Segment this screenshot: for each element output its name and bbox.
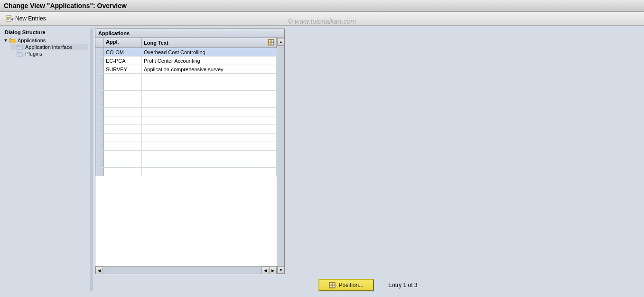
cell-appl-4[interactable] <box>104 74 142 82</box>
cell-appl-2[interactable]: EC-PCA <box>104 57 142 65</box>
table-row[interactable] <box>95 74 277 82</box>
cell-longtext-3[interactable]: Application-comprehensive survey <box>142 65 277 73</box>
tree-indent-1 <box>10 44 16 50</box>
header-rownum <box>95 38 104 48</box>
cell-rownum-10 <box>95 125 104 133</box>
cell-appl-9[interactable] <box>104 116 142 125</box>
cell-longtext-5[interactable] <box>142 82 277 90</box>
cell-rownum-1 <box>95 48 104 56</box>
table-row[interactable]: EC-PCA Profit Center Accounting <box>95 57 277 65</box>
table-row[interactable] <box>95 91 277 99</box>
cell-rownum-2 <box>95 57 104 65</box>
sidebar-label-plugins: Plugins <box>25 51 42 57</box>
sidebar: Dialog Structure ▼ Applications <box>3 29 88 291</box>
table-row[interactable] <box>95 99 277 108</box>
h-scroll-track[interactable] <box>103 267 261 274</box>
cell-appl-14[interactable] <box>104 159 142 167</box>
table-scroll[interactable]: CO-OM Overhead Cost Controlling EC-PCA P… <box>95 48 277 266</box>
h-scroll-left[interactable]: ◀ <box>95 267 103 274</box>
cell-longtext-13[interactable] <box>142 151 277 159</box>
table-row[interactable] <box>95 142 277 151</box>
table-row[interactable] <box>95 82 277 91</box>
new-entries-icon <box>6 15 13 22</box>
entry-count: Entry 1 of 3 <box>388 282 417 288</box>
svg-rect-5 <box>9 38 11 40</box>
v-scroll-bar[interactable]: ▲ ▼ <box>277 38 284 274</box>
table-with-scroll: Appl. Long Text <box>95 38 284 274</box>
v-scroll-track[interactable] <box>277 46 284 266</box>
cell-appl-5[interactable] <box>104 82 142 90</box>
table-row[interactable] <box>95 168 277 176</box>
svg-rect-9 <box>17 52 19 53</box>
cell-longtext-6[interactable] <box>142 91 277 99</box>
cell-appl-6[interactable] <box>104 91 142 99</box>
cell-longtext-9[interactable] <box>142 116 277 125</box>
cell-longtext-11[interactable] <box>142 134 277 142</box>
cell-appl-7[interactable] <box>104 99 142 107</box>
sidebar-label-application-interface: Application interface <box>25 44 72 50</box>
cell-appl-10[interactable] <box>104 125 142 133</box>
cell-longtext-10[interactable] <box>142 125 277 133</box>
cell-longtext-12[interactable] <box>142 142 277 150</box>
table-row[interactable] <box>95 108 277 116</box>
table-row[interactable] <box>95 134 277 142</box>
sidebar-title: Dialog Structure <box>3 29 88 36</box>
cell-appl-12[interactable] <box>104 142 142 150</box>
content-area: Applications Appl. Long Text <box>95 29 641 291</box>
svg-rect-12 <box>271 40 273 42</box>
cell-rownum-12 <box>95 142 104 150</box>
column-settings-icon[interactable] <box>268 39 274 47</box>
v-scroll-up[interactable]: ▲ <box>277 38 284 46</box>
position-icon <box>329 282 336 288</box>
toolbar: New Entries © www.tutorialkart.com <box>0 12 644 26</box>
applications-panel-title: Applications <box>95 29 284 38</box>
main-area: Dialog Structure ▼ Applications <box>0 26 644 294</box>
cell-appl-11[interactable] <box>104 134 142 142</box>
table-row[interactable] <box>95 125 277 134</box>
h-scroll-bar[interactable]: ◀ ◀ ▶ <box>95 266 277 274</box>
header-longtext: Long Text <box>142 38 277 48</box>
svg-rect-14 <box>271 43 273 45</box>
cell-rownum-11 <box>95 134 104 142</box>
table-row[interactable]: SURVEY Application-comprehensive survey <box>95 65 277 74</box>
cell-longtext-8[interactable] <box>142 108 277 116</box>
svg-rect-18 <box>330 286 332 287</box>
h-scroll-right2[interactable]: ▶ <box>269 267 277 274</box>
v-scroll-down[interactable]: ▼ <box>277 266 284 274</box>
cell-longtext-1[interactable]: Overhead Cost Controlling <box>142 48 277 56</box>
position-button[interactable]: Position... <box>318 279 374 291</box>
h-scroll-left2[interactable]: ◀ <box>261 267 269 274</box>
table-row[interactable] <box>95 151 277 159</box>
cell-rownum-5 <box>95 82 104 90</box>
inner-table: Appl. Long Text <box>95 38 277 274</box>
cell-longtext-7[interactable] <box>142 99 277 107</box>
tree-toggle-applications[interactable]: ▼ <box>3 38 9 43</box>
sidebar-item-applications[interactable]: ▼ Applications <box>3 37 88 44</box>
svg-rect-19 <box>333 286 335 287</box>
cell-longtext-15[interactable] <box>142 168 277 176</box>
cell-longtext-4[interactable] <box>142 74 277 82</box>
cell-rownum-9 <box>95 116 104 125</box>
folder-icon-plugins <box>17 51 24 57</box>
position-button-label: Position... <box>338 282 364 288</box>
cell-appl-13[interactable] <box>104 151 142 159</box>
svg-rect-7 <box>17 45 19 47</box>
sidebar-item-application-interface[interactable]: Application interface <box>10 44 88 50</box>
resize-handle[interactable]: ··· <box>90 29 93 291</box>
table-row[interactable]: CO-OM Overhead Cost Controlling <box>95 48 277 57</box>
sidebar-item-plugins[interactable]: Plugins <box>10 50 88 57</box>
cell-appl-8[interactable] <box>104 108 142 116</box>
cell-rownum-15 <box>95 168 104 176</box>
tree-indent-2 <box>10 51 16 57</box>
cell-appl-15[interactable] <box>104 168 142 176</box>
table-row[interactable] <box>95 116 277 125</box>
svg-rect-17 <box>333 283 335 285</box>
cell-longtext-14[interactable] <box>142 159 277 167</box>
new-entries-button[interactable]: New Entries <box>4 14 48 23</box>
cell-appl-3[interactable]: SURVEY <box>104 65 142 73</box>
table-row[interactable] <box>95 159 277 168</box>
cell-longtext-2[interactable]: Profit Center Accounting <box>142 57 277 65</box>
header-appl: Appl. <box>104 38 142 48</box>
cell-appl-1[interactable]: CO-OM <box>104 48 142 56</box>
svg-rect-11 <box>269 40 271 42</box>
